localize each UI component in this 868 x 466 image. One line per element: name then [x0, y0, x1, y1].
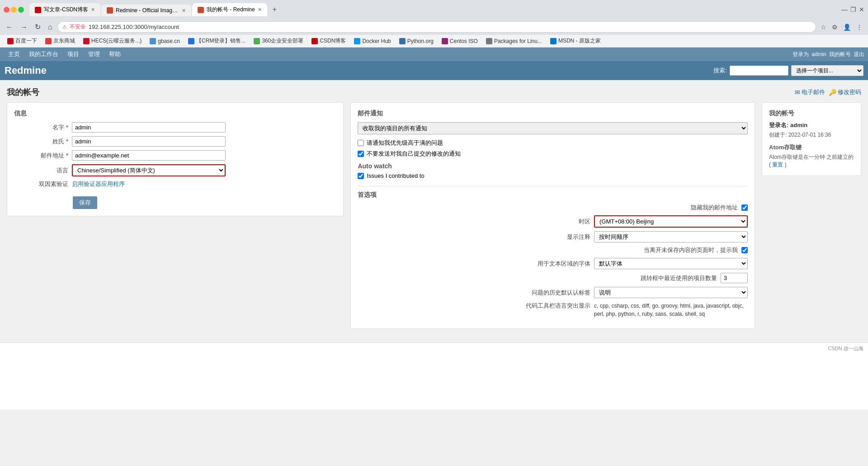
nav-workspace[interactable]: 我的工作台	[24, 48, 63, 61]
bookmark-huawei-favicon	[83, 38, 90, 44]
sidebar-date: 创建于: 2022-07-01 16:36	[769, 131, 854, 139]
language-row: 语言 Chinese/Simplified (简体中文)	[14, 164, 336, 176]
bookmark-huawei-label: HECS(云曜云服务...)	[91, 37, 142, 45]
project-select[interactable]: 选择一个项目...	[791, 65, 863, 76]
tab-2[interactable]: Redmine - Official Image | Do... ✕	[101, 5, 191, 16]
hide-email-label: 隐藏我的邮件地址	[691, 204, 738, 212]
hide-email-checkbox[interactable]	[741, 204, 748, 211]
bookmark-csdn-label: CSDN博客	[320, 37, 346, 45]
profile-btn[interactable]: 👤	[841, 23, 853, 32]
back-btn[interactable]: ←	[4, 22, 15, 32]
save-button[interactable]: 保存	[73, 196, 97, 209]
bookmark-gbase-favicon	[150, 38, 156, 44]
notify-select[interactable]: 收取我的项目的所有通知	[358, 122, 748, 134]
email-input[interactable]	[72, 150, 226, 161]
checkbox-priority[interactable]	[358, 140, 364, 146]
tab-1-close[interactable]: ✕	[91, 7, 95, 13]
new-tab-btn[interactable]: +	[268, 3, 281, 16]
bookmark-packages-favicon	[486, 38, 492, 44]
bookmark-crm[interactable]: 【CRM登录】销售...	[184, 36, 249, 46]
address-box[interactable]: ⚠ 不安全 192.168.225.100:3000/my/account	[57, 21, 816, 33]
language-label: 语言	[14, 166, 68, 175]
nav-username[interactable]: admin	[811, 51, 826, 57]
minimize-icon[interactable]: —	[841, 6, 848, 13]
restore-icon[interactable]: ❐	[850, 6, 856, 13]
checkbox-priority-label: 请通知我优先级高于满的问题	[367, 139, 443, 147]
bookmark-huawei[interactable]: HECS(云曜云服务...)	[80, 36, 145, 46]
email-row: 邮件地址 *	[14, 150, 336, 161]
email-icon: ✉	[795, 89, 800, 96]
tab-1[interactable]: 写文章-CSDN博客 ✕	[29, 3, 100, 16]
default-tag-select[interactable]: 说明	[594, 287, 748, 298]
extension-btn[interactable]: ⚙	[830, 23, 840, 32]
redmine-footer: CSDN @一山海	[0, 342, 868, 354]
nav-projects[interactable]: 项目	[63, 48, 84, 61]
redmine-search: 搜索: 选择一个项目...	[713, 65, 863, 76]
nav-logout[interactable]: 退出	[854, 51, 864, 58]
tab-3-label: 我的帐号 - Redmine	[207, 6, 255, 14]
nav-help[interactable]: 帮助	[104, 48, 125, 61]
warn-checkbox[interactable]	[741, 247, 748, 253]
recent-projects-input[interactable]	[721, 273, 748, 283]
insecure-icon: ⚠	[62, 24, 67, 30]
search-label: 搜索:	[713, 67, 727, 75]
tfa-label: 双因素验证	[14, 180, 68, 188]
checkbox-own[interactable]	[358, 151, 364, 157]
window-close-btn[interactable]	[4, 7, 9, 13]
window-controls: — ❐ ✕	[841, 6, 864, 13]
timezone-select[interactable]: (GMT+08:00) Beijing	[594, 215, 748, 228]
tab-3[interactable]: 我的帐号 - Redmine ✕	[192, 3, 267, 16]
bookmark-jd[interactable]: 京东商城	[42, 36, 79, 46]
bookmark-csdn[interactable]: CSDN博客	[308, 36, 349, 46]
recent-projects-label: 跳转框中最近使用的项目数量	[641, 274, 717, 282]
language-select[interactable]: Chinese/Simplified (简体中文)	[72, 164, 226, 176]
nav-my-account[interactable]: 我的帐号	[829, 51, 851, 58]
nav-admin[interactable]: 管理	[84, 48, 104, 61]
reload-btn[interactable]: ↻	[33, 22, 43, 32]
autowatch-label: Issues I contributed to	[367, 172, 424, 179]
bookmark-msdn-label: MSDN - 原版之家	[558, 37, 601, 45]
window-maximize-btn[interactable]	[18, 7, 24, 13]
code-highlight-row: 代码工具栏语言突出显示 c, cpp, csharp, css, diff, g…	[358, 302, 748, 318]
action-password[interactable]: 🔑 修改密码	[829, 88, 861, 96]
bookmark-baidu[interactable]: 百度一下	[4, 36, 41, 46]
bookmark-python-label: Python.org	[407, 38, 434, 44]
hide-email-row: 隐藏我的邮件地址	[358, 204, 748, 212]
bookmark-360[interactable]: 360企业安全部署	[250, 36, 307, 46]
forward-btn[interactable]: →	[18, 22, 30, 32]
comments-select[interactable]: 按时间顺序	[594, 231, 748, 243]
nav-home[interactable]: 主页	[4, 48, 24, 61]
firstname-input[interactable]	[72, 122, 226, 133]
close-icon[interactable]: ✕	[859, 6, 864, 13]
tab-2-favicon	[107, 7, 113, 14]
bookmark-packages[interactable]: Packages for Linu...	[482, 37, 546, 45]
bookmark-docker-favicon	[354, 38, 360, 44]
bookmark-docker[interactable]: Docker Hub	[350, 37, 394, 45]
lastname-row: 姓氏 *	[14, 136, 336, 147]
tab-2-close[interactable]: ✕	[182, 8, 186, 14]
search-input[interactable]	[730, 66, 788, 76]
home-btn[interactable]: ⌂	[46, 22, 55, 32]
autowatch-checkbox[interactable]	[358, 173, 364, 179]
main-area: 我的帐号 ✉ 电子邮件 🔑 修改密码 信息	[0, 80, 868, 342]
address-actions: ☆ ⚙ 👤 ⋮	[819, 23, 864, 32]
bookmark-gbase[interactable]: gbase.cn	[146, 37, 184, 45]
lastname-input[interactable]	[72, 136, 226, 147]
bookmark-btn[interactable]: ☆	[819, 23, 828, 32]
action-email[interactable]: ✉ 电子邮件	[795, 88, 825, 96]
redmine-header: 主页 我的工作台 项目 管理 帮助 登录为 admin 我的帐号 退出 Redm…	[0, 48, 868, 80]
tab-3-close[interactable]: ✕	[258, 7, 262, 13]
browser-chrome: 写文章-CSDN博客 ✕ Redmine - Official Image | …	[0, 0, 868, 48]
sidebar-atom-reset-link[interactable]: 重置	[772, 162, 783, 168]
bookmark-python[interactable]: Python.org	[396, 37, 437, 45]
bookmark-msdn[interactable]: MSDN - 原版之家	[547, 36, 604, 46]
menu-btn[interactable]: ⋮	[854, 23, 864, 32]
window-minimize-btn[interactable]	[11, 7, 17, 13]
font-select[interactable]: 默认字体	[594, 258, 748, 269]
sidebar-login-label: 登录名:	[769, 122, 788, 128]
tfa-link[interactable]: 启用验证器应用程序	[72, 180, 125, 188]
bookmark-centos[interactable]: Centos ISO	[438, 37, 481, 45]
font-label: 用于文本区域的字体	[538, 260, 590, 268]
bookmark-msdn-favicon	[550, 38, 557, 44]
bookmark-docker-label: Docker Hub	[362, 38, 391, 44]
